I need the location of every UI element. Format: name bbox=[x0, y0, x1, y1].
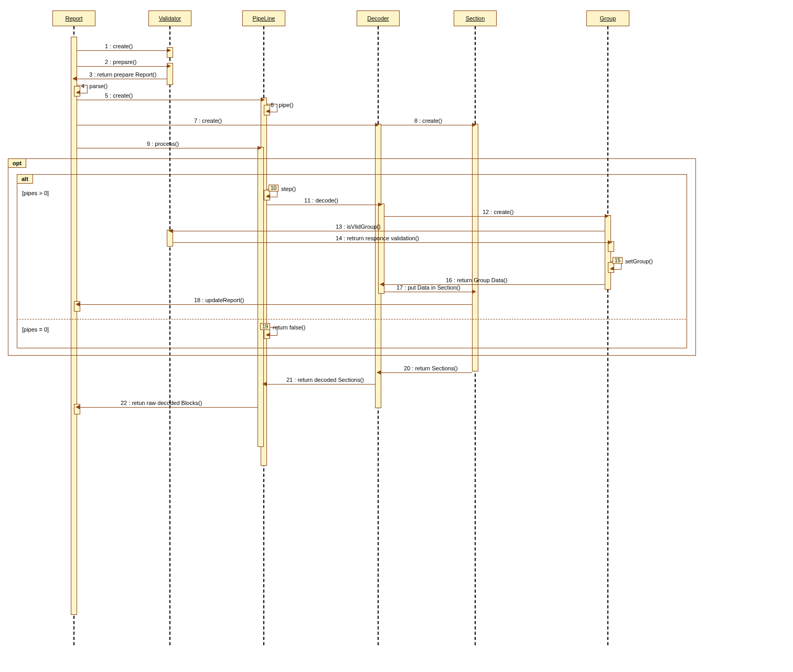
msg-8-label: 8 : create() bbox=[414, 118, 442, 124]
msg-14 bbox=[173, 242, 608, 243]
msg-6-label: 6 : pipe() bbox=[271, 102, 293, 108]
msg-17-label: 17 : put Data in Section() bbox=[396, 284, 460, 291]
msg-14-label: 14 : retrurn responce validation() bbox=[336, 235, 419, 241]
msg-13 bbox=[173, 231, 605, 231]
msg-7 bbox=[77, 125, 375, 125]
lifeline-pipeline: PipeLine bbox=[242, 10, 285, 26]
msg-5 bbox=[77, 100, 261, 100]
msg-19-label: return false() bbox=[273, 324, 305, 330]
msg-5-label: 5 : create() bbox=[105, 92, 133, 99]
msg-19-num: 19 bbox=[260, 323, 270, 330]
msg-18 bbox=[80, 304, 472, 305]
msg-15-num: 15 bbox=[613, 257, 623, 264]
msg-4-label: 4 : parse() bbox=[81, 83, 108, 89]
msg-11 bbox=[266, 205, 378, 205]
msg-18-label: 18 : updateReport() bbox=[194, 297, 244, 303]
opt-label: opt bbox=[8, 158, 26, 168]
msg-12 bbox=[384, 216, 605, 217]
sequence-diagram: Report Validator PipeLine Decoder Sectio… bbox=[0, 0, 793, 672]
msg-22-label: 22 : retun raw decoded Blocks() bbox=[121, 400, 202, 406]
alt-label: alt bbox=[17, 174, 33, 184]
lifeline-decoder: Decoder bbox=[357, 10, 400, 26]
lifeline-section: Section bbox=[454, 10, 497, 26]
guard-1: [pipes > 0] bbox=[22, 190, 49, 196]
alt-separator bbox=[17, 319, 686, 319]
msg-10-num: 10 bbox=[269, 185, 278, 191]
guard-2: [pipes = 0] bbox=[22, 326, 49, 333]
msg-20 bbox=[381, 372, 472, 373]
msg-10-label: step() bbox=[281, 186, 296, 192]
msg-1-label: 1 : create() bbox=[105, 43, 133, 49]
msg-1 bbox=[77, 50, 167, 51]
msg-21 bbox=[266, 384, 375, 385]
msg-3 bbox=[77, 79, 167, 79]
fragment-alt: alt bbox=[17, 174, 687, 348]
msg-15-label: setGroup() bbox=[625, 258, 653, 264]
msg-16-label: 16 : return Group Data() bbox=[446, 277, 507, 283]
msg-7-label: 7 : create() bbox=[194, 118, 222, 124]
msg-22 bbox=[80, 407, 258, 408]
msg-2 bbox=[77, 66, 167, 67]
msg-2-label: 2 : prepare() bbox=[105, 59, 137, 65]
msg-12-label: 12 : create() bbox=[483, 209, 513, 215]
msg-9-label: 9 : process() bbox=[147, 141, 179, 147]
msg-21-label: 21 : return decoded Sections() bbox=[286, 377, 364, 383]
msg-17 bbox=[384, 292, 472, 292]
lifeline-group: Group bbox=[586, 10, 629, 26]
msg-13-label: 13 : isVlidGroup() bbox=[336, 223, 381, 230]
lifeline-validator: Validator bbox=[148, 10, 191, 26]
msg-3-label: 3 : return prepare Report() bbox=[89, 71, 156, 78]
msg-8 bbox=[381, 125, 472, 125]
msg-9 bbox=[77, 148, 258, 148]
msg-20-label: 20 : return Sections() bbox=[404, 365, 458, 371]
msg-11-label: 11 : decode() bbox=[304, 197, 338, 204]
lifeline-report: Report bbox=[52, 10, 95, 26]
